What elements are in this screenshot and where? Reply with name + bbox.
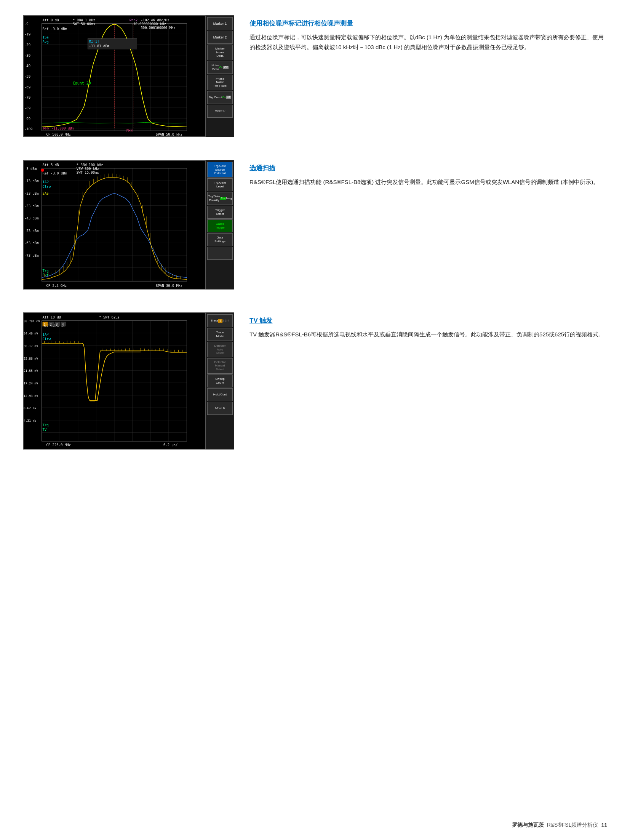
section-tv-trigger: Att 10 dB Ref 43.1 mV * SWT 62µs 1 2 3 4 [23, 312, 607, 450]
svg-text:8.62 mV: 8.62 mV [24, 406, 37, 410]
svg-text:CF 500.0 MHz: CF 500.0 MHz [46, 133, 71, 136]
svg-text:34.46 mV: 34.46 mV [24, 332, 38, 335]
softkey-gated-trigger[interactable]: GatedTrigger [207, 219, 233, 232]
softkey-panel-1: Marker 1 Marker 2 MarkerNormDelta NoiseM… [206, 15, 234, 137]
svg-text:1: 1 [44, 323, 46, 326]
svg-text:Ref -9.0 dBm: Ref -9.0 dBm [43, 27, 67, 31]
svg-text:1AP: 1AP [43, 180, 49, 184]
svg-text:2: 2 [50, 323, 51, 326]
svg-text:500.000100000 MHz: 500.000100000 MHz [141, 26, 175, 30]
svg-text:1Sa: 1Sa [43, 35, 49, 39]
screen-1-container: Count 20 MI[1] -11.81 dBm Att 0 dB Ref -… [23, 15, 234, 137]
svg-text:-13 dBm: -13 dBm [24, 179, 39, 183]
svg-text:Clrw: Clrw [43, 337, 51, 341]
svg-text:25.86 mV: 25.86 mV [24, 357, 38, 360]
svg-text:SPAN 30.0 MHz: SPAN 30.0 MHz [156, 284, 182, 288]
svg-text:Ref -3.0 dBm: Ref -3.0 dBm [43, 171, 67, 175]
page-footer: 罗德与施瓦茨 R&S®FSL频谱分析仪 11 [512, 822, 607, 829]
softkey-panel-2: Trg/GateSourceExternal Trg/GateLevel Trg… [206, 160, 234, 290]
svg-text:-9: -9 [24, 22, 29, 26]
svg-text:-53 dBm: -53 dBm [24, 229, 39, 233]
svg-rect-24 [88, 38, 137, 49]
softkey-detector-auto[interactable]: DetectorAutoSelect [207, 342, 233, 357]
svg-text:Att  0 dB: Att 0 dB [43, 18, 59, 22]
softkey-trg-level[interactable]: Trg/GateLevel [207, 178, 233, 191]
svg-rect-20 [42, 24, 187, 131]
svg-text:Ext: Ext [43, 273, 49, 277]
svg-text:3: 3 [56, 323, 58, 326]
section-2-body: R&S®FSL使用选通扫描功能 (R&S®FSL-B8选项) 进行突发信号测量。… [249, 177, 607, 187]
svg-text:6.2 µs/: 6.2 µs/ [163, 443, 178, 447]
svg-text:-43 dBm: -43 dBm [24, 216, 39, 220]
footer-page: 11 [601, 822, 607, 828]
svg-text:-19: -19 [24, 32, 30, 36]
svg-text:-102.46 dBc/Hz: -102.46 dBc/Hz [141, 18, 169, 22]
softkey-marker-normdelta[interactable]: MarkerNormDelta [207, 45, 233, 60]
softkey-trigger-offset[interactable]: TriggerOffset [207, 206, 233, 219]
softkey-hold-cont[interactable]: Hold/Cont [207, 388, 233, 401]
svg-text:PHN -11.800 dBm: PHN -11.800 dBm [43, 126, 74, 130]
svg-text:-10.000000000 kHz: -10.000000000 kHz [131, 22, 166, 26]
softkey-more-1[interactable]: More 0 [207, 105, 233, 118]
softkey-sweep-count[interactable]: SweepCount [207, 374, 233, 387]
screen-2-container: Att 5 dB Ref -3.0 dBm * RBW 100 kHz VBW … [23, 160, 234, 290]
svg-text:21.55 mV: 21.55 mV [24, 369, 38, 373]
section-1-body: 通过相位噪声标记，可以快速测量特定载波偏移下的相位噪声。以dBc (1 Hz) … [249, 32, 607, 52]
svg-rect-190 [54, 322, 60, 326]
svg-rect-186 [43, 322, 48, 326]
svg-text:-69: -69 [24, 85, 30, 89]
softkey-gate-settings[interactable]: GateSettings [207, 233, 233, 246]
section-2-text: 选通扫描 R&S®FSL使用选通扫描功能 (R&S®FSL-B8选项) 进行突发… [249, 160, 607, 187]
softkey-trace-nums[interactable]: Trace1 2 3 4 [207, 314, 233, 327]
section-2-title: 选通扫描 [249, 164, 607, 173]
softkey-detector-manual[interactable]: DetectorManualSelect [207, 358, 233, 374]
svg-text:TV: TV [43, 428, 47, 432]
softkey-phase-noise[interactable]: PhaseNoiseRef Fixed [207, 75, 233, 90]
softkey-noise-meas[interactable]: NoiseMeasOn Off [207, 61, 233, 74]
svg-text:Avg: Avg [43, 40, 49, 44]
svg-text:Trg: Trg [43, 423, 49, 427]
svg-text:CF 225.0 MHz: CF 225.0 MHz [46, 443, 71, 447]
softkey-trg-polarity[interactable]: Trg/GatePolarityPos Neg [207, 192, 233, 205]
svg-text:Clrw: Clrw [43, 185, 51, 189]
section-gated-sweep: Att 5 dB Ref -3.0 dBm * RBW 100 kHz VBW … [23, 160, 607, 290]
svg-text:-29: -29 [24, 43, 30, 47]
svg-text:SWT 50.00ms: SWT 50.00ms [73, 22, 95, 26]
svg-text:Att  5 dB: Att 5 dB [43, 163, 59, 167]
svg-text:SPAN 50.0 kHz: SPAN 50.0 kHz [156, 133, 182, 136]
svg-text:Count 20: Count 20 [73, 81, 91, 85]
svg-text:Ref  43.1 mV: Ref 43.1 mV [43, 324, 66, 328]
svg-text:-79: -79 [24, 96, 30, 99]
softkey-sig-count[interactable]: Sig CountOn Off [207, 91, 233, 104]
softkey-empty-2 [207, 247, 233, 260]
screen-2-with-buttons: Att 5 dB Ref -3.0 dBm * RBW 100 kHz VBW … [23, 160, 234, 290]
section-3-title: TV 触发 [249, 316, 607, 325]
softkey-trg-source[interactable]: Trg/GateSourceExternal [207, 162, 233, 178]
spectrum-screen-1: Count 20 MI[1] -11.81 dBm Att 0 dB Ref -… [23, 15, 206, 137]
footer-model: R&S®FSL频谱分析仪 [547, 822, 598, 829]
svg-rect-192 [61, 322, 66, 326]
softkey-marker2[interactable]: Marker 2 [207, 31, 233, 44]
svg-text:PHN: PHN [126, 129, 133, 133]
svg-text:-49: -49 [24, 64, 30, 68]
section-3-text: TV 触发 TV 触发器R&S®FSL-B6可根据所选电视线和水平及或垂直消隐间… [249, 312, 607, 339]
screen-3-with-buttons: Att 10 dB Ref 43.1 mV * SWT 62µs 1 2 3 4 [23, 312, 234, 450]
svg-text:17.24 mV: 17.24 mV [24, 382, 38, 385]
softkey-more-3[interactable]: More 0 [207, 402, 233, 415]
section-1-text: 使用相位噪声标记进行相位噪声测量 通过相位噪声标记，可以快速测量特定载波偏移下的… [249, 15, 607, 52]
footer-brand: 罗德与施瓦茨 [512, 822, 544, 829]
svg-point-117 [41, 169, 44, 172]
svg-text:-109: -109 [24, 127, 32, 131]
svg-text:VBW  300 kHz: VBW 300 kHz [77, 167, 99, 171]
section-1-title: 使用相位噪声标记进行相位噪声测量 [249, 19, 607, 28]
svg-text:12.93 mV: 12.93 mV [24, 394, 38, 398]
screen-3-container: Att 10 dB Ref 43.1 mV * SWT 62µs 1 2 3 4 [23, 312, 234, 450]
spectrum-screen-3: Att 10 dB Ref 43.1 mV * SWT 62µs 1 2 3 4 [23, 312, 206, 450]
softkey-marker1[interactable]: Marker 1 [207, 17, 233, 30]
svg-rect-149 [42, 321, 187, 441]
svg-rect-188 [48, 322, 54, 326]
svg-rect-71 [42, 168, 187, 281]
softkey-trace-mode[interactable]: TraceMode [207, 328, 233, 341]
svg-text:1AP: 1AP [43, 333, 49, 336]
svg-text:-23 dBm: -23 dBm [24, 192, 39, 195]
